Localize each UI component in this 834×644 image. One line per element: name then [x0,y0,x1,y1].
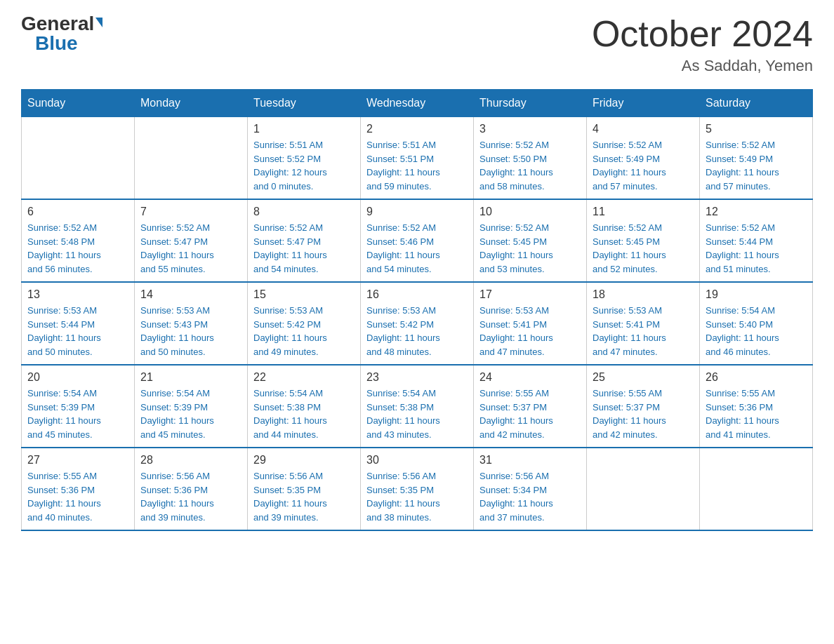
calendar-cell: 10Sunrise: 5:52 AMSunset: 5:45 PMDayligh… [474,199,587,282]
day-number: 3 [479,123,581,135]
calendar-cell: 12Sunrise: 5:52 AMSunset: 5:44 PMDayligh… [700,199,813,282]
calendar-cell: 23Sunrise: 5:54 AMSunset: 5:38 PMDayligh… [361,365,474,448]
header-cell-sunday: Sunday [22,90,135,117]
day-number: 5 [706,123,807,135]
logo-blue-text: Blue [35,34,78,53]
week-row-3: 20Sunrise: 5:54 AMSunset: 5:39 PMDayligh… [22,365,813,448]
calendar-cell: 11Sunrise: 5:52 AMSunset: 5:45 PMDayligh… [587,199,700,282]
logo-general-text: General [21,14,94,34]
day-info: Sunrise: 5:55 AMSunset: 5:37 PMDaylight:… [479,387,581,441]
day-number: 21 [140,371,241,384]
day-number: 10 [479,206,581,218]
day-number: 31 [479,454,581,467]
day-info: Sunrise: 5:56 AMSunset: 5:35 PMDaylight:… [366,469,468,524]
calendar-cell: 3Sunrise: 5:52 AMSunset: 5:50 PMDaylight… [474,117,587,200]
calendar-cell: 13Sunrise: 5:53 AMSunset: 5:44 PMDayligh… [22,282,135,365]
day-info: Sunrise: 5:53 AMSunset: 5:42 PMDaylight:… [253,304,355,358]
calendar-cell: 26Sunrise: 5:55 AMSunset: 5:36 PMDayligh… [700,365,813,448]
day-info: Sunrise: 5:52 AMSunset: 5:47 PMDaylight:… [140,221,241,276]
calendar-cell: 7Sunrise: 5:52 AMSunset: 5:47 PMDaylight… [135,199,248,282]
week-row-0: 1Sunrise: 5:51 AMSunset: 5:52 PMDaylight… [22,117,813,200]
header-cell-tuesday: Tuesday [248,90,361,117]
calendar-cell: 17Sunrise: 5:53 AMSunset: 5:41 PMDayligh… [474,282,587,365]
day-info: Sunrise: 5:52 AMSunset: 5:49 PMDaylight:… [706,138,807,193]
day-number: 8 [253,206,355,218]
calendar-cell: 9Sunrise: 5:52 AMSunset: 5:46 PMDaylight… [361,199,474,282]
day-number: 22 [253,371,355,384]
location-title: As Saddah, Yemen [592,57,813,75]
day-number: 6 [27,206,128,218]
day-number: 29 [253,454,355,467]
calendar-cell: 29Sunrise: 5:56 AMSunset: 5:35 PMDayligh… [248,448,361,530]
calendar-cell: 31Sunrise: 5:56 AMSunset: 5:34 PMDayligh… [474,448,587,530]
calendar-cell: 16Sunrise: 5:53 AMSunset: 5:42 PMDayligh… [361,282,474,365]
month-title: October 2024 [592,14,813,54]
day-number: 7 [140,206,241,218]
day-number: 16 [366,288,468,301]
calendar-cell: 25Sunrise: 5:55 AMSunset: 5:37 PMDayligh… [587,365,700,448]
day-info: Sunrise: 5:54 AMSunset: 5:39 PMDaylight:… [27,387,128,441]
day-info: Sunrise: 5:52 AMSunset: 5:47 PMDaylight:… [253,221,355,276]
calendar-body: 1Sunrise: 5:51 AMSunset: 5:52 PMDaylight… [22,117,813,531]
day-info: Sunrise: 5:53 AMSunset: 5:41 PMDaylight:… [593,304,694,358]
calendar-header: SundayMondayTuesdayWednesdayThursdayFrid… [22,90,813,117]
day-number: 13 [27,288,128,301]
title-block: October 2024 As Saddah, Yemen [592,14,813,75]
calendar-cell: 14Sunrise: 5:53 AMSunset: 5:43 PMDayligh… [135,282,248,365]
calendar-cell: 27Sunrise: 5:55 AMSunset: 5:36 PMDayligh… [22,448,135,530]
calendar-cell: 24Sunrise: 5:55 AMSunset: 5:37 PMDayligh… [474,365,587,448]
day-number: 19 [706,288,807,301]
day-info: Sunrise: 5:54 AMSunset: 5:38 PMDaylight:… [366,387,468,441]
day-number: 27 [27,454,128,467]
day-number: 23 [366,371,468,384]
calendar-cell: 30Sunrise: 5:56 AMSunset: 5:35 PMDayligh… [361,448,474,530]
calendar-cell: 8Sunrise: 5:52 AMSunset: 5:47 PMDaylight… [248,199,361,282]
day-number: 12 [706,206,807,218]
calendar-cell [135,117,248,200]
day-number: 26 [706,371,807,384]
day-number: 25 [593,371,694,384]
day-number: 15 [253,288,355,301]
day-number: 1 [253,123,355,135]
week-row-4: 27Sunrise: 5:55 AMSunset: 5:36 PMDayligh… [22,448,813,530]
calendar-cell [587,448,700,530]
day-info: Sunrise: 5:52 AMSunset: 5:44 PMDaylight:… [706,221,807,276]
header-cell-monday: Monday [135,90,248,117]
calendar-cell: 1Sunrise: 5:51 AMSunset: 5:52 PMDaylight… [248,117,361,200]
day-info: Sunrise: 5:54 AMSunset: 5:39 PMDaylight:… [140,387,241,441]
day-number: 18 [593,288,694,301]
day-info: Sunrise: 5:55 AMSunset: 5:37 PMDaylight:… [593,387,694,441]
day-number: 28 [140,454,241,467]
calendar-cell: 6Sunrise: 5:52 AMSunset: 5:48 PMDaylight… [22,199,135,282]
day-info: Sunrise: 5:53 AMSunset: 5:44 PMDaylight:… [27,304,128,358]
day-info: Sunrise: 5:52 AMSunset: 5:45 PMDaylight:… [593,221,694,276]
calendar-cell: 2Sunrise: 5:51 AMSunset: 5:51 PMDaylight… [361,117,474,200]
header-cell-thursday: Thursday [474,90,587,117]
header-cell-saturday: Saturday [700,90,813,117]
logo-triangle-icon [95,18,102,27]
day-info: Sunrise: 5:56 AMSunset: 5:34 PMDaylight:… [479,469,581,524]
day-number: 17 [479,288,581,301]
day-info: Sunrise: 5:53 AMSunset: 5:42 PMDaylight:… [366,304,468,358]
header-cell-friday: Friday [587,90,700,117]
day-info: Sunrise: 5:52 AMSunset: 5:46 PMDaylight:… [366,221,468,276]
day-number: 4 [593,123,694,135]
calendar-cell: 20Sunrise: 5:54 AMSunset: 5:39 PMDayligh… [22,365,135,448]
day-info: Sunrise: 5:52 AMSunset: 5:49 PMDaylight:… [593,138,694,193]
calendar-cell: 22Sunrise: 5:54 AMSunset: 5:38 PMDayligh… [248,365,361,448]
calendar-cell: 4Sunrise: 5:52 AMSunset: 5:49 PMDaylight… [587,117,700,200]
header-cell-wednesday: Wednesday [361,90,474,117]
day-info: Sunrise: 5:55 AMSunset: 5:36 PMDaylight:… [706,387,807,441]
page-header: General Blue October 2024 As Saddah, Yem… [21,14,813,75]
calendar-cell: 19Sunrise: 5:54 AMSunset: 5:40 PMDayligh… [700,282,813,365]
day-number: 20 [27,371,128,384]
day-number: 30 [366,454,468,467]
day-info: Sunrise: 5:54 AMSunset: 5:38 PMDaylight:… [253,387,355,441]
calendar-cell: 5Sunrise: 5:52 AMSunset: 5:49 PMDaylight… [700,117,813,200]
day-info: Sunrise: 5:52 AMSunset: 5:50 PMDaylight:… [479,138,581,193]
calendar-cell: 18Sunrise: 5:53 AMSunset: 5:41 PMDayligh… [587,282,700,365]
day-info: Sunrise: 5:51 AMSunset: 5:51 PMDaylight:… [366,138,468,193]
day-number: 9 [366,206,468,218]
calendar-cell: 21Sunrise: 5:54 AMSunset: 5:39 PMDayligh… [135,365,248,448]
day-number: 11 [593,206,694,218]
